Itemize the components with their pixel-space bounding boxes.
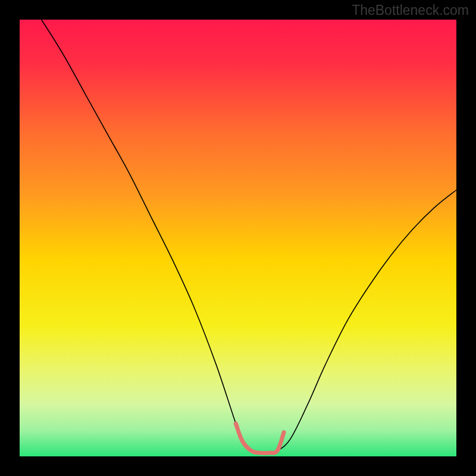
bottleneck-chart: [20, 20, 456, 456]
watermark-text: TheBottleneck.com: [352, 2, 469, 18]
chart-frame: TheBottleneck.com: [0, 0, 476, 476]
gradient-background: [20, 20, 456, 456]
plot-area: [20, 20, 456, 456]
